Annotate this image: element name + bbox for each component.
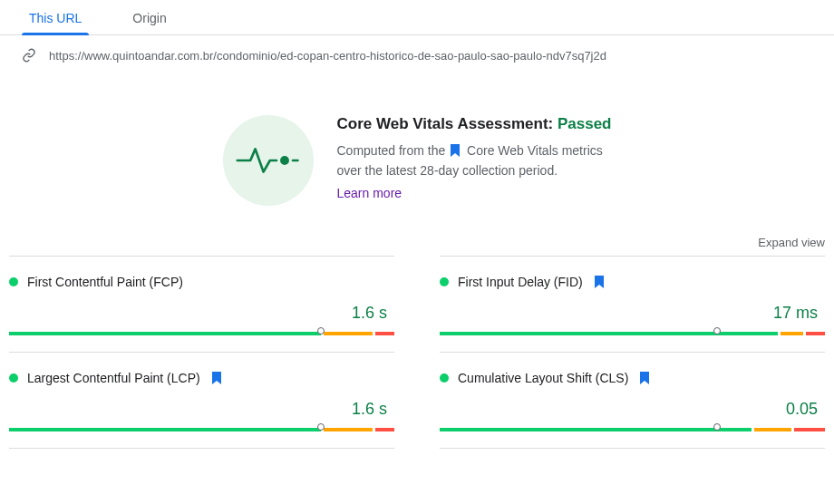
metric-lcp: Largest Contentful Paint (LCP) 1.6 s: [9, 352, 394, 449]
tabs-bar: This URL Origin: [0, 0, 834, 35]
bar-good: [9, 332, 321, 335]
metric-name: First Input Delay (FID): [458, 275, 583, 289]
bar-marker: [713, 423, 721, 431]
bookmark-icon: [594, 276, 605, 288]
status-dot: [440, 373, 449, 383]
status-dot: [440, 277, 449, 286]
bar-good: [9, 428, 321, 431]
bar-medium: [781, 332, 803, 335]
bar-marker: [317, 327, 325, 334]
assessment-panel: Core Web Vitals Assessment: Passed Compu…: [0, 75, 834, 231]
metric-value: 17 ms: [773, 304, 818, 323]
expand-view-link[interactable]: Expand view: [758, 236, 825, 249]
bar-medium: [754, 428, 792, 431]
metric-bar: [440, 328, 825, 339]
metric-value: 1.6 s: [352, 304, 387, 323]
bar-poor: [375, 428, 394, 431]
assessment-status: Passed: [558, 115, 612, 132]
metric-bar: [9, 328, 394, 339]
metric-name: First Contentful Paint (FCP): [27, 275, 183, 289]
status-dot: [9, 277, 18, 286]
metric-bar: [440, 424, 825, 435]
tab-origin[interactable]: Origin: [125, 0, 173, 34]
metrics-grid: First Contentful Paint (FCP) 1.6 s First…: [0, 257, 834, 449]
bookmark-icon: [450, 144, 461, 157]
pulse-icon-bg: [223, 115, 314, 206]
bar-good: [440, 428, 752, 431]
pulse-icon: [236, 144, 301, 177]
learn-more-link[interactable]: Learn more: [337, 186, 612, 200]
link-icon: [22, 48, 36, 63]
tab-this-url[interactable]: This URL: [22, 0, 89, 34]
metric-bar: [9, 424, 394, 435]
metric-cls: Cumulative Layout Shift (CLS) 0.05: [440, 352, 825, 449]
assessment-title: Core Web Vitals Assessment: Passed: [337, 115, 612, 133]
metric-value: 0.05: [786, 400, 818, 419]
page-url: https://www.quintoandar.com.br/condomini…: [49, 49, 606, 63]
svg-point-0: [281, 157, 287, 163]
url-row: https://www.quintoandar.com.br/condomini…: [0, 35, 834, 75]
bar-marker: [317, 423, 325, 431]
bar-poor: [794, 428, 825, 431]
bookmark-icon: [211, 372, 222, 384]
bar-poor: [806, 332, 825, 335]
bar-good: [440, 332, 778, 335]
assessment-description: Computed from the Core Web Vitals metric…: [337, 141, 612, 180]
metric-name: Cumulative Layout Shift (CLS): [458, 371, 628, 385]
bar-poor: [375, 332, 394, 335]
bar-medium: [324, 428, 373, 431]
status-dot: [9, 373, 18, 383]
metric-name: Largest Contentful Paint (LCP): [27, 371, 200, 385]
bar-marker: [713, 327, 721, 334]
bar-medium: [324, 332, 373, 335]
metric-value: 1.6 s: [352, 400, 387, 419]
bookmark-icon: [639, 372, 650, 384]
metric-fid: First Input Delay (FID) 17 ms: [440, 256, 825, 353]
metric-fcp: First Contentful Paint (FCP) 1.6 s: [9, 256, 394, 353]
